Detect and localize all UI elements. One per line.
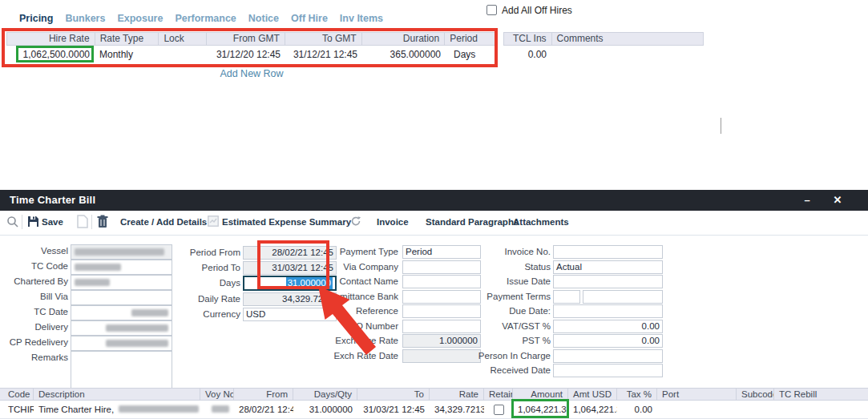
cell-voy-no[interactable] bbox=[200, 401, 234, 418]
col-description[interactable]: Description bbox=[34, 389, 200, 400]
via-company-field[interactable] bbox=[402, 260, 481, 274]
retain-checkbox[interactable] bbox=[494, 405, 504, 415]
tab-pricing[interactable]: Pricing bbox=[19, 13, 53, 24]
cell-amount[interactable]: 1,064,221.36 bbox=[513, 401, 568, 418]
received-date-field[interactable] bbox=[553, 364, 663, 377]
cell-from-gmt[interactable]: 31/12/20 12:45 bbox=[207, 46, 285, 63]
exch-rate-date-field[interactable] bbox=[402, 349, 481, 363]
pst-field[interactable]: 0.00 bbox=[553, 334, 663, 348]
status-field[interactable]: Actual bbox=[553, 260, 663, 274]
cell-rate[interactable]: 34,329.7213 bbox=[430, 401, 484, 418]
tab-inv-items[interactable]: Inv Items bbox=[340, 13, 383, 24]
col-period[interactable]: Period bbox=[445, 33, 496, 45]
tab-off-hire[interactable]: Off Hire bbox=[291, 13, 328, 24]
cell-rate-type[interactable]: Monthly bbox=[95, 46, 159, 63]
col-from-gmt[interactable]: From GMT bbox=[207, 33, 285, 45]
close-button[interactable]: ✕ bbox=[829, 192, 846, 208]
cell-to-gmt[interactable]: 31/12/21 12:45 bbox=[285, 46, 362, 63]
cell-port[interactable] bbox=[657, 401, 737, 418]
pricing-table: Hire Rate Rate Type Lock From GMT To GMT… bbox=[6, 32, 497, 63]
cell-duration[interactable]: 365.000000 bbox=[362, 46, 446, 63]
col-code[interactable]: Code bbox=[0, 389, 34, 400]
tab-exposure[interactable]: Exposure bbox=[117, 13, 163, 24]
po-number-field[interactable] bbox=[402, 320, 481, 333]
tc-date-field[interactable] bbox=[71, 305, 172, 320]
invoice-no-field[interactable] bbox=[553, 245, 663, 259]
add-new-row-link[interactable]: Add New Row bbox=[6, 68, 497, 79]
col-rate[interactable]: Rate bbox=[430, 389, 484, 400]
cell-to[interactable]: 31/03/21 12:45 bbox=[357, 401, 430, 418]
col-subcode[interactable]: Subcode bbox=[737, 389, 774, 400]
payment-terms-code-field[interactable] bbox=[553, 290, 580, 304]
col-retain[interactable]: Retain bbox=[484, 389, 513, 400]
copy-icon[interactable] bbox=[77, 215, 88, 228]
cell-lock[interactable] bbox=[159, 46, 207, 63]
minimize-button[interactable]: – bbox=[798, 192, 816, 208]
col-days-qty[interactable]: Days/Qty bbox=[293, 389, 357, 400]
add-all-off-hires-checkbox[interactable] bbox=[486, 5, 497, 15]
cell-hire-rate[interactable]: 1,062,500.0000 bbox=[6, 46, 95, 63]
due-date-field[interactable] bbox=[553, 304, 663, 318]
col-to-gmt[interactable]: To GMT bbox=[285, 33, 362, 45]
person-in-charge-field[interactable] bbox=[553, 349, 663, 363]
cp-redelivery-field[interactable] bbox=[71, 336, 172, 351]
cell-description[interactable]: Time Charter Hire, bbox=[34, 401, 200, 418]
attachments-button[interactable]: Attachments bbox=[513, 217, 569, 227]
col-to[interactable]: To bbox=[357, 389, 430, 400]
col-from[interactable]: From bbox=[234, 389, 293, 400]
remittance-bank-field[interactable] bbox=[402, 290, 481, 304]
tab-bunkers[interactable]: Bunkers bbox=[65, 13, 105, 24]
vessel-field[interactable] bbox=[71, 244, 172, 260]
col-lock[interactable]: Lock bbox=[159, 33, 207, 45]
col-hire-rate[interactable]: Hire Rate bbox=[7, 33, 95, 45]
estimated-expense-summary-button[interactable]: Estimated Expense Summary bbox=[222, 217, 351, 227]
exchange-rate-field[interactable]: 1.000000 bbox=[402, 334, 481, 348]
invoice-button[interactable]: Invoice bbox=[377, 217, 409, 227]
save-button[interactable]: Save bbox=[42, 217, 63, 227]
window-titlebar[interactable]: Time Charter Bill – ✕ bbox=[0, 190, 868, 211]
col-tcl-ins[interactable]: TCL Ins bbox=[504, 33, 552, 45]
col-tax[interactable]: Tax % bbox=[617, 389, 657, 400]
items-table-row[interactable]: TCHIR Time Charter Hire, 28/02/21 12:45 … bbox=[0, 401, 868, 419]
payment-terms-field[interactable] bbox=[583, 290, 663, 304]
cell-amt-usd[interactable]: 1,064,221.36 bbox=[568, 401, 617, 418]
bill-via-field[interactable] bbox=[71, 290, 172, 305]
cell-tax[interactable]: 0.00 bbox=[617, 401, 657, 418]
tab-notice[interactable]: Notice bbox=[248, 13, 279, 24]
cell-period[interactable]: Days bbox=[446, 46, 497, 63]
cell-days-qty[interactable]: 31.000000 bbox=[293, 401, 357, 418]
delivery-field[interactable] bbox=[71, 320, 172, 336]
cell-tc-rebill[interactable] bbox=[774, 401, 868, 418]
delete-icon[interactable] bbox=[97, 215, 108, 228]
standard-paragraphs-button[interactable]: Standard Paragraphs bbox=[426, 217, 519, 227]
col-amount[interactable]: Amount bbox=[513, 389, 568, 400]
col-duration[interactable]: Duration bbox=[362, 33, 446, 45]
issue-date-field[interactable] bbox=[553, 275, 663, 288]
col-comments[interactable]: Comments bbox=[552, 33, 703, 45]
issue-date-label: Issue Date bbox=[477, 275, 551, 288]
tcl-table-row[interactable]: 0.00 bbox=[503, 46, 704, 63]
col-voy-no[interactable]: Voy No. bbox=[200, 389, 234, 400]
save-icon[interactable] bbox=[27, 216, 39, 228]
cell-code[interactable]: TCHIR bbox=[0, 401, 34, 418]
tab-performance[interactable]: Performance bbox=[175, 13, 236, 24]
reference-field[interactable] bbox=[402, 304, 481, 318]
create-add-details-button[interactable]: Create / Add Details bbox=[120, 217, 207, 227]
contact-name-field[interactable] bbox=[402, 275, 481, 288]
vat-gst-label: VAT/GST % bbox=[477, 320, 551, 333]
cell-subcode[interactable] bbox=[737, 401, 774, 418]
cell-tcl-ins[interactable]: 0.00 bbox=[503, 46, 551, 63]
chartered-by-field[interactable] bbox=[71, 275, 172, 290]
payment-type-field[interactable]: Period bbox=[402, 245, 481, 259]
col-port[interactable]: Port bbox=[657, 389, 737, 400]
vat-gst-field[interactable]: 0.00 bbox=[553, 320, 663, 333]
search-icon[interactable] bbox=[6, 216, 19, 228]
refresh-icon[interactable] bbox=[350, 216, 361, 227]
tc-code-field[interactable] bbox=[71, 260, 172, 275]
col-tc-rebill[interactable]: TC Rebill bbox=[774, 389, 868, 400]
col-rate-type[interactable]: Rate Type bbox=[95, 33, 159, 45]
pricing-table-row[interactable]: 1,062,500.0000 Monthly 31/12/20 12:45 31… bbox=[6, 46, 497, 63]
col-amt-usd[interactable]: Amt USD bbox=[568, 389, 617, 400]
cell-from[interactable]: 28/02/21 12:45 bbox=[234, 401, 293, 418]
cell-comments[interactable] bbox=[551, 46, 704, 63]
